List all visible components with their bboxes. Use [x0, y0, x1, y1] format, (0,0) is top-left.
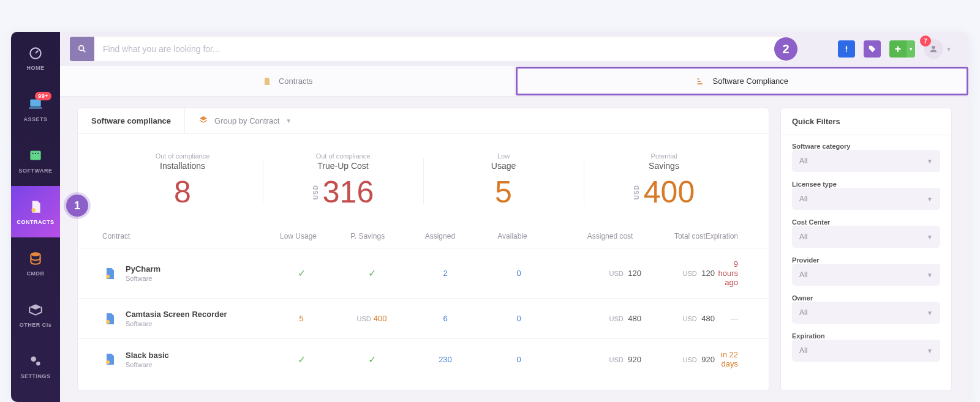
svg-point-6 — [37, 153, 39, 154]
svg-point-17 — [106, 360, 110, 364]
user-icon — [929, 44, 938, 54]
cell-available[interactable]: 0 — [482, 269, 556, 278]
cell-total-cost: USD 480 — [641, 314, 715, 323]
avatar-badge: 7 — [920, 35, 931, 47]
table-row[interactable]: PyCharmSoftware✓✓20USD 120USD 1209 hours… — [78, 248, 769, 298]
layers-icon — [198, 115, 208, 127]
sidebar-item-cmdb[interactable]: CMDB — [11, 237, 60, 289]
table-body: PyCharmSoftware✓✓20USD 120USD 1209 hours… — [78, 248, 769, 379]
filter-category[interactable]: All▼ — [792, 150, 940, 172]
cell-total-cost: USD 920 — [641, 355, 715, 364]
contract-name: Camtasia Screen Recorder — [126, 310, 227, 319]
cell-total-cost: USD 120 — [641, 269, 715, 278]
contract-row-icon — [102, 311, 117, 326]
search-input[interactable] — [94, 37, 786, 61]
cell-psavings: ✓ — [335, 267, 409, 279]
contract-sub: Software — [126, 320, 227, 327]
sidebar-label-othercis: OTHER CIs — [20, 322, 52, 328]
cell-psavings: ✓ — [335, 354, 409, 365]
cell-psavings: USD400 — [335, 314, 409, 323]
contract-row-icon — [102, 352, 117, 367]
svg-point-9 — [31, 356, 36, 362]
filter-label-owner: Owner — [792, 294, 940, 302]
cell-assigned-cost: USD 120 — [556, 269, 641, 278]
group-by-dropdown[interactable]: Group by Contract ▼ — [185, 108, 305, 133]
svg-point-13 — [846, 50, 847, 51]
contract-icon — [27, 198, 44, 215]
sidebar-label-assets: ASSETS — [23, 116, 47, 122]
tab-contracts[interactable]: Contracts — [60, 66, 514, 96]
table-header: Contract Low Usage P. Savings Assigned A… — [78, 221, 769, 248]
caret-down-icon: ▼ — [946, 46, 952, 53]
svg-point-4 — [32, 153, 34, 154]
check-icon: ✓ — [298, 268, 306, 278]
svg-point-11 — [79, 46, 84, 51]
svg-point-8 — [31, 252, 40, 256]
filter-label-expiration: Expiration — [792, 332, 940, 340]
content: Software compliance Group by Contract ▼ … — [60, 97, 969, 402]
step-one-marker: 1 — [66, 195, 88, 217]
svg-point-10 — [36, 362, 40, 366]
contract-sub: Software — [126, 361, 169, 368]
cell-assigned[interactable]: 2 — [409, 269, 482, 278]
chevron-down-icon: ▼ — [927, 234, 933, 240]
search-button[interactable] — [70, 37, 94, 61]
tag-button[interactable] — [864, 40, 881, 58]
cell-expiration: in 22 days — [715, 350, 744, 368]
filter-label-licensee: Licensee type — [792, 181, 940, 188]
tag-icon — [868, 45, 876, 53]
chevron-down-icon: ▼ — [927, 158, 933, 165]
sidebar-label-cmdb: CMDB — [27, 270, 45, 277]
user-menu[interactable]: 7 ▼ — [924, 39, 952, 59]
add-button[interactable]: + ▼ — [889, 40, 915, 58]
cell-available[interactable]: 0 — [482, 355, 556, 364]
cell-assigned-cost: USD 480 — [556, 314, 641, 323]
filter-owner[interactable]: All▼ — [792, 302, 940, 324]
box-icon — [27, 301, 44, 318]
chevron-down-icon: ▼ — [927, 272, 933, 278]
table-row[interactable]: Slack basicSoftware✓✓2300USD 920USD 920i… — [78, 338, 769, 379]
svg-rect-1 — [30, 99, 40, 106]
contract-name: PyCharm — [126, 264, 160, 274]
database-icon — [27, 250, 44, 267]
sidebar-item-settings[interactable]: SETTINGS — [11, 340, 60, 392]
check-icon: ✓ — [368, 354, 376, 365]
sidebar-label-home: HOME — [27, 65, 45, 71]
filter-licensee[interactable]: All▼ — [792, 188, 940, 210]
contract-name: Slack basic — [126, 351, 169, 360]
filter-expiration[interactable]: All▼ — [792, 340, 940, 362]
add-dropdown[interactable]: ▼ — [907, 40, 915, 58]
cell-assigned[interactable]: 6 — [409, 314, 482, 323]
filter-label-provider: Provider — [792, 256, 940, 264]
svg-rect-12 — [846, 46, 847, 50]
notifications-button[interactable] — [838, 40, 855, 58]
table-row[interactable]: Camtasia Screen RecorderSoftware5USD4006… — [78, 298, 769, 338]
cell-assigned-cost: USD 920 — [556, 355, 641, 364]
sidebar-item-assets[interactable]: 99+ ASSETS — [11, 83, 60, 135]
sidebar-item-software[interactable]: SOFTWARE — [11, 135, 60, 186]
chevron-down-icon: ▼ — [285, 117, 292, 124]
cell-low-usage: 5 — [268, 314, 335, 323]
svg-point-15 — [106, 275, 110, 278]
cell-expiration: — — [715, 314, 744, 323]
svg-point-5 — [35, 153, 36, 154]
cell-low-usage: ✓ — [268, 267, 335, 279]
plus-icon: + — [895, 43, 902, 56]
filter-costcenter[interactable]: All▼ — [792, 226, 940, 248]
filter-provider[interactable]: All▼ — [792, 264, 940, 286]
svg-point-16 — [106, 320, 110, 324]
sidebar-item-othercis[interactable]: OTHER CIs — [11, 289, 60, 340]
cell-available[interactable]: 0 — [482, 314, 556, 323]
gauge-icon — [27, 44, 44, 61]
cell-assigned[interactable]: 230 — [409, 355, 482, 364]
tab-software-compliance[interactable]: Software Compliance — [514, 66, 970, 96]
panel-tab-compliance[interactable]: Software compliance — [78, 108, 185, 133]
sidebar-item-contracts[interactable]: CONTRACTS — [11, 186, 60, 237]
topbar: 2 + ▼ 7 ▼ — [60, 32, 969, 66]
alert-icon — [842, 45, 851, 53]
svg-rect-2 — [29, 107, 42, 108]
group-by-label: Group by Contract — [214, 116, 279, 125]
main-panel: Software compliance Group by Contract ▼ … — [77, 108, 769, 391]
filters-title: Quick Filters — [781, 108, 951, 135]
sidebar-item-home[interactable]: HOME — [11, 32, 60, 83]
